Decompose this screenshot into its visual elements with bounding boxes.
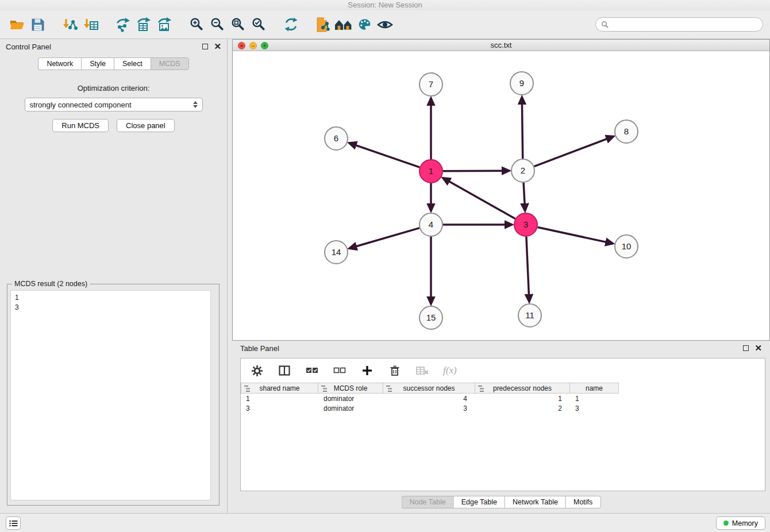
traffic-lights: × − + [238, 42, 268, 49]
zoom-out-button[interactable] [207, 14, 228, 35]
cell-successor-nodes[interactable]: 3 [383, 404, 475, 413]
network-canvas[interactable]: 7968124314101511 [233, 51, 769, 340]
graph-edge-2-3[interactable] [523, 183, 525, 211]
memory-button[interactable]: Memory [716, 516, 765, 530]
cell-shared-name[interactable]: 3 [241, 404, 318, 413]
close-panel-icon[interactable]: ✕ [214, 44, 221, 49]
show-columns-button[interactable] [278, 364, 291, 377]
graph-node-label: 10 [622, 241, 632, 251]
zoom-fit-button[interactable] [228, 14, 248, 35]
cell-predecessor-nodes[interactable]: 2 [475, 404, 570, 413]
network-window-titlebar[interactable]: × − + scc.txt [233, 40, 769, 51]
delete-column-button[interactable] [388, 364, 402, 377]
close-panel-button[interactable]: Close panel [117, 119, 175, 132]
cell-name[interactable]: 1 [570, 395, 619, 403]
graph-node-4[interactable]: 4 [419, 213, 442, 236]
column-header-mcds-role[interactable]: MCDS role [318, 383, 383, 394]
export-image-icon [156, 17, 172, 32]
graph-node-1[interactable]: 1 [419, 160, 442, 183]
add-column-button[interactable] [360, 364, 374, 377]
float-table-panel-icon[interactable] [743, 345, 749, 351]
graph-node-3[interactable]: 3 [514, 213, 537, 236]
cell-name[interactable]: 3 [570, 404, 619, 413]
table-panel: Table Panel ✕ [232, 341, 770, 513]
show-hide-panels-button[interactable] [333, 14, 354, 35]
graph-node-8[interactable]: 8 [615, 120, 638, 143]
zoom-selected-button[interactable] [248, 14, 269, 35]
graph-node-2[interactable]: 2 [511, 159, 534, 182]
cell-successor-nodes[interactable]: 4 [383, 395, 475, 403]
close-table-panel-icon[interactable]: ✕ [754, 345, 762, 351]
function-builder-button[interactable]: f(x) [443, 364, 457, 377]
minimize-window-icon[interactable]: − [249, 42, 257, 49]
open-file-button[interactable] [7, 14, 28, 35]
toolbar-separator [48, 24, 60, 25]
table-row[interactable]: 3 dominator 3 2 3 [241, 403, 765, 413]
graph-edge-4-14[interactable] [349, 228, 419, 248]
float-panel-icon[interactable] [202, 44, 208, 49]
network-graph-svg[interactable]: 7968124314101511 [233, 51, 769, 340]
export-table-button[interactable] [133, 14, 154, 35]
graph-edge-1-6[interactable] [349, 143, 419, 167]
tab-node-table[interactable]: Node Table [402, 496, 453, 508]
graph-edge-3-1[interactable] [443, 178, 515, 219]
column-header-shared-name[interactable]: shared name [241, 383, 318, 394]
table-row[interactable]: 1 dominator 4 1 1 [241, 394, 765, 403]
zoom-out-icon [210, 17, 225, 32]
delete-table-button[interactable] [415, 364, 429, 377]
deselect-all-button[interactable] [333, 364, 346, 377]
graph-edge-3-11[interactable] [526, 237, 529, 302]
tab-motifs[interactable]: Motifs [565, 496, 600, 508]
graph-edge-2-9[interactable] [522, 97, 522, 159]
import-network-icon [62, 17, 78, 32]
graph-node-11[interactable]: 11 [518, 304, 541, 327]
export-network-button[interactable] [113, 14, 133, 35]
run-mcds-button[interactable]: Run MCDS [52, 119, 109, 132]
graph-node-14[interactable]: 14 [325, 241, 348, 264]
cell-predecessor-nodes[interactable]: 1 [475, 395, 570, 403]
cell-mcds-role[interactable]: dominator [318, 395, 383, 403]
global-search[interactable] [595, 17, 763, 32]
tab-edge-table[interactable]: Edge Table [453, 496, 505, 508]
palette-icon [357, 17, 372, 32]
import-network-button[interactable] [60, 14, 80, 35]
graph-node-9[interactable]: 9 [510, 72, 533, 95]
show-log-button[interactable] [6, 516, 21, 530]
graph-node-10[interactable]: 10 [615, 235, 638, 258]
import-table-button[interactable] [80, 14, 101, 35]
app-title: Session: New Session [348, 1, 422, 9]
graph-edge-2-8[interactable] [534, 136, 614, 166]
graph-node-label: 1 [429, 166, 433, 176]
style-button[interactable] [354, 14, 375, 35]
column-header-predecessor-nodes[interactable]: predecessor nodes [475, 383, 570, 394]
first-neighbors-button[interactable] [313, 14, 333, 35]
graph-edge-1-2[interactable] [443, 171, 509, 171]
tab-mcds[interactable]: MCDS [151, 57, 189, 70]
zoom-in-button[interactable] [186, 14, 207, 35]
cell-mcds-role[interactable]: dominator [318, 404, 383, 413]
mcds-result-area[interactable]: 1 3 [10, 290, 211, 500]
tab-style[interactable]: Style [81, 57, 114, 70]
criterion-dropdown[interactable]: strongly connected component [25, 98, 203, 111]
column-header-name[interactable]: name [570, 383, 619, 394]
graph-node-15[interactable]: 15 [419, 306, 442, 329]
cell-shared-name[interactable]: 1 [241, 395, 318, 403]
graph-edge-3-10[interactable] [538, 227, 613, 243]
tab-network-table[interactable]: Network Table [505, 496, 565, 508]
apply-layout-button[interactable] [280, 14, 301, 35]
memory-label: Memory [732, 519, 758, 527]
tab-select[interactable]: Select [114, 57, 151, 70]
graph-node-7[interactable]: 7 [419, 73, 442, 96]
status-bar: Memory [0, 513, 770, 532]
graph-node-6[interactable]: 6 [325, 127, 348, 150]
save-session-button[interactable] [28, 14, 48, 35]
table-settings-button[interactable] [250, 364, 264, 377]
close-window-icon[interactable]: × [238, 42, 245, 49]
toggle-view-button[interactable] [375, 14, 395, 35]
export-image-button[interactable] [154, 14, 175, 35]
maximize-window-icon[interactable]: + [261, 42, 268, 49]
select-all-button[interactable] [305, 364, 319, 377]
column-header-successor-nodes[interactable]: successor nodes [383, 383, 475, 394]
tab-network[interactable]: Network [38, 57, 81, 70]
search-input[interactable] [612, 21, 757, 29]
